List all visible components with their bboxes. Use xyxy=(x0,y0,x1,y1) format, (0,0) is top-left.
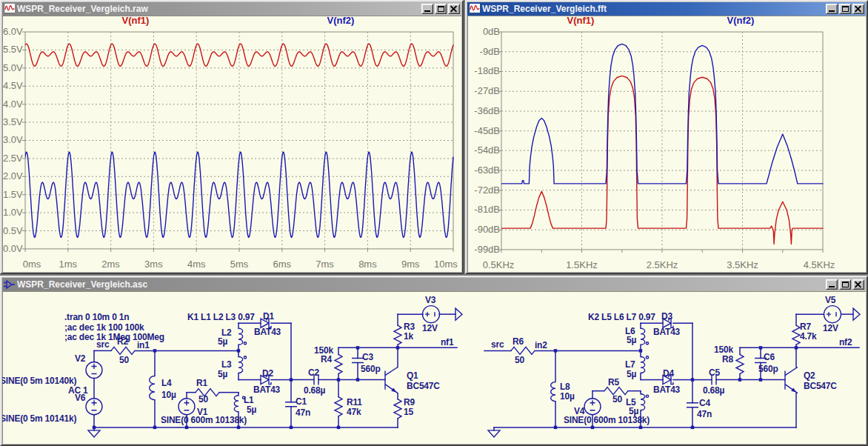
close-button[interactable] xyxy=(448,4,460,14)
value-r7: 4.7k xyxy=(800,331,817,342)
value-v1: SINE(0 600m 10138k) xyxy=(161,415,247,425)
titlebar-fft[interactable]: WSPR_Receiver_Vergleich.fft xyxy=(467,2,866,16)
minimize-button[interactable] xyxy=(826,279,838,290)
legend-V(nf1)[interactable]: V(nf1) xyxy=(122,16,150,26)
waveform-pane-raw[interactable]: 0ms1ms2ms3ms4ms5ms6ms7ms8ms9ms10ms0.0V0.… xyxy=(2,16,461,272)
inductor-L1[interactable] xyxy=(234,396,238,412)
resistor-R11[interactable] xyxy=(335,397,342,416)
phase-dot xyxy=(244,356,246,359)
label-d1: D1 xyxy=(263,311,274,322)
y-tick-label: 6.0V xyxy=(3,26,23,37)
transistor-Q1[interactable] xyxy=(385,367,398,393)
phase-dot xyxy=(244,342,246,345)
y-tick-label: -99dB xyxy=(474,244,500,255)
value-l6: 5µ xyxy=(627,335,636,345)
junction-dot xyxy=(356,378,359,381)
junction-dot xyxy=(356,346,359,349)
value-r8: 150k xyxy=(714,345,733,355)
legend-V(nf2)[interactable]: V(nf2) xyxy=(727,16,755,26)
minimize-button[interactable] xyxy=(826,4,838,14)
resistor-R6[interactable] xyxy=(511,347,535,354)
resistor-R8[interactable] xyxy=(736,354,744,373)
net-label-in1: in1 xyxy=(137,340,150,350)
waveform-pane-fft[interactable]: 0.5KHz1.5KHz2.5KHz3.5KHz4.5KHz0dB-9dB-18… xyxy=(467,16,866,272)
value-l1: 5µ xyxy=(247,405,256,415)
minimize-button[interactable] xyxy=(421,4,433,14)
inductor-L7[interactable] xyxy=(641,356,645,373)
raw-plot-svg: 0ms1ms2ms3ms4ms5ms6ms7ms8ms9ms10ms0.0V0.… xyxy=(2,16,461,272)
y-tick-label: -90dB xyxy=(474,224,500,235)
voltage-source-V3[interactable] xyxy=(423,306,440,323)
value-q2: BC547C xyxy=(804,381,837,391)
ground-icon[interactable] xyxy=(88,430,100,437)
label-r6: R6 xyxy=(513,336,524,347)
coupling-k2-label: K2 L5 L6 L7 0.97 xyxy=(588,312,655,322)
y-tick-label: -9dB xyxy=(480,46,500,57)
inductor-L2[interactable] xyxy=(238,328,243,345)
y-tick-label: -18dB xyxy=(474,65,500,76)
junction-dot xyxy=(153,349,156,352)
resistor-R9[interactable] xyxy=(394,399,401,419)
x-tick-label: 1.5KHz xyxy=(566,259,598,270)
capacitor-C4[interactable] xyxy=(687,403,698,407)
label-c6: C6 xyxy=(764,352,775,362)
net-label-in2: in2 xyxy=(535,340,547,350)
junction-dot xyxy=(795,346,798,349)
y-tick-label: -54dB xyxy=(474,144,500,156)
resistor-R4[interactable] xyxy=(335,354,342,373)
resistor-R3[interactable] xyxy=(394,325,401,345)
label-l8: L8 xyxy=(560,382,570,392)
x-tick-label: 6ms xyxy=(273,259,292,270)
titlebar-raw[interactable]: WSPR_Receiver_Vergleich.raw xyxy=(2,2,461,16)
titlebar-asc[interactable]: WSPR_Receiver_Vergleich.asc xyxy=(2,278,866,291)
legend-V(nf2)[interactable]: V(nf2) xyxy=(327,16,355,26)
waveform-icon xyxy=(4,4,15,14)
legend-V(nf1)[interactable]: V(nf1) xyxy=(567,16,595,26)
inductor-L4[interactable] xyxy=(150,376,155,400)
inductor-L8[interactable] xyxy=(551,382,555,402)
value-c1: 47n xyxy=(296,407,310,418)
label-r1: R1 xyxy=(196,378,207,388)
ground-icon[interactable] xyxy=(455,308,462,320)
label-c1: C1 xyxy=(296,396,307,407)
value-r2: 50 xyxy=(119,355,129,365)
maximize-button[interactable] xyxy=(839,4,851,14)
junction-dot xyxy=(153,426,156,429)
inductor-L5[interactable] xyxy=(641,394,645,410)
transistor-Q2[interactable] xyxy=(785,367,798,393)
value-r11: 47k xyxy=(347,407,361,417)
y-tick-label: -36dB xyxy=(474,105,500,116)
resistor-R7[interactable] xyxy=(792,325,800,345)
junction-dot xyxy=(759,378,762,381)
junction-dot xyxy=(337,378,340,381)
y-tick-label: -81dB xyxy=(474,204,500,215)
inductor-L6[interactable] xyxy=(641,328,645,345)
value-c6: 560p xyxy=(758,364,778,374)
voltage-source-V5[interactable] xyxy=(824,306,841,323)
value-c3: 560p xyxy=(361,364,381,374)
maximize-button[interactable] xyxy=(839,279,851,290)
net-label-src: src xyxy=(491,339,504,350)
junction-dot xyxy=(738,378,741,381)
label-c2: C2 xyxy=(308,367,319,378)
x-tick-label: 0ms xyxy=(23,259,41,270)
coupling-k1-label: K1 L1 L2 L3 0.97 xyxy=(187,312,255,322)
junction-dot xyxy=(554,349,557,352)
ground-icon[interactable] xyxy=(488,430,500,437)
maximize-button[interactable] xyxy=(435,4,447,14)
close-button[interactable] xyxy=(852,279,864,290)
polarity-marks xyxy=(184,400,190,410)
plot-fft: 0.5KHz1.5KHz2.5KHz3.5KHz4.5KHz0dB-9dB-18… xyxy=(474,16,835,270)
window-raw: WSPR_Receiver_Vergleich.raw 0ms1ms2ms3ms… xyxy=(0,0,464,274)
y-tick-label: -63dB xyxy=(474,164,500,176)
x-tick-label: 10ms xyxy=(434,259,458,270)
schematic-canvas[interactable]: .tran 0 10m 0 1n ;ac dec 1k 100 100k ;ac… xyxy=(2,291,866,444)
value-v6: SINE(0 5m 10141k) xyxy=(2,413,76,424)
junction-dot xyxy=(396,346,399,349)
inductor-L3[interactable] xyxy=(238,356,243,373)
window-asc: WSPR_Receiver_Vergleich.asc .tran 0 10m … xyxy=(0,276,868,446)
ground-icon[interactable] xyxy=(853,308,860,320)
value-r3: 1k xyxy=(404,331,413,342)
resistor-R2[interactable] xyxy=(111,347,135,354)
close-button[interactable] xyxy=(852,4,864,14)
